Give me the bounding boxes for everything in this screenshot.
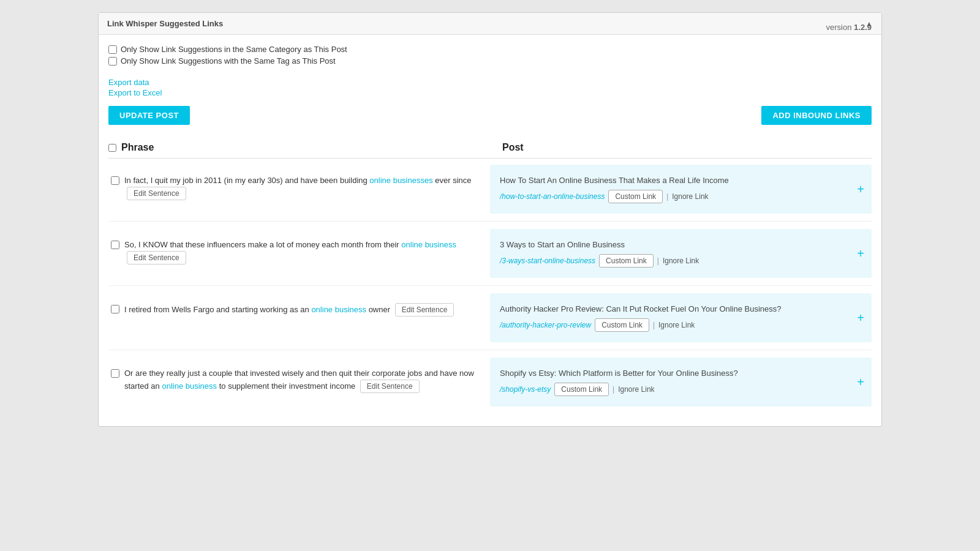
- version-number: 1.2.9: [854, 23, 872, 32]
- divider-3: |: [653, 321, 655, 329]
- option-same-tag-label: Only Show Link Suggestions with the Same…: [121, 56, 336, 66]
- row-checkbox-3[interactable]: [111, 305, 119, 313]
- row-checkbox-2[interactable]: [111, 241, 119, 249]
- custom-link-button-2[interactable]: Custom Link: [599, 254, 654, 268]
- edit-sentence-button-3[interactable]: Edit Sentence: [395, 303, 454, 317]
- select-all-checkbox[interactable]: [108, 144, 116, 152]
- row-checkbox-1[interactable]: [111, 176, 119, 185]
- plus-icon-1[interactable]: +: [857, 182, 864, 197]
- post-title-1: How To Start An Online Business That Mak…: [500, 176, 862, 185]
- ignore-link-button-1[interactable]: Ignore Link: [672, 192, 708, 201]
- phrase-col-4: Or are they really just a couple that in…: [108, 358, 490, 407]
- custom-link-button-1[interactable]: Custom Link: [608, 190, 663, 203]
- divider-2: |: [657, 257, 659, 265]
- post-actions-2: /3-ways-start-online-business Custom Lin…: [500, 254, 862, 268]
- phrase-text-4: Or are they really just a couple that in…: [124, 367, 480, 393]
- post-actions-1: /how-to-start-an-online-business Custom …: [500, 190, 862, 203]
- phrase-link-1[interactable]: online businesses: [369, 176, 432, 185]
- action-bar: UPDATE POST ADD INBOUND LINKS: [108, 106, 872, 125]
- plus-icon-3[interactable]: +: [857, 311, 864, 325]
- edit-sentence-button-1[interactable]: Edit Sentence: [127, 187, 186, 200]
- custom-link-button-4[interactable]: Custom Link: [554, 383, 609, 396]
- divider-1: |: [666, 192, 668, 201]
- post-column-header: Post: [490, 142, 872, 153]
- checkbox-same-tag[interactable]: [108, 57, 117, 66]
- ignore-link-button-2[interactable]: Ignore Link: [663, 257, 699, 265]
- export-links-section: Export data Export to Excel: [108, 78, 872, 97]
- post-col-1: How To Start An Online Business That Mak…: [490, 165, 872, 214]
- add-inbound-button[interactable]: ADD INBOUND LINKS: [761, 106, 872, 125]
- post-slug-2: /3-ways-start-online-business: [500, 257, 595, 265]
- export-data-link[interactable]: Export data: [108, 78, 872, 87]
- phrase-link-3[interactable]: online business: [311, 305, 366, 314]
- plus-icon-2[interactable]: +: [857, 247, 864, 261]
- edit-sentence-button-4[interactable]: Edit Sentence: [360, 380, 420, 393]
- phrase-column-header: Phrase: [108, 142, 490, 153]
- phrase-link-2[interactable]: online business: [401, 240, 456, 249]
- table-header: Phrase Post: [108, 137, 872, 159]
- export-excel-link[interactable]: Export to Excel: [108, 88, 872, 97]
- post-col-3: Authority Hacker Pro Review: Can It Put …: [490, 293, 872, 342]
- option-same-category-label: Only Show Link Suggestions in the Same C…: [121, 45, 347, 54]
- phrase-col-1: In fact, I quit my job in 2011 (in my ea…: [108, 165, 490, 214]
- custom-link-button-3[interactable]: Custom Link: [595, 318, 649, 332]
- post-title-4: Shopify vs Etsy: Which Platform is Bette…: [500, 369, 862, 378]
- option-same-tag[interactable]: Only Show Link Suggestions with the Same…: [108, 56, 347, 66]
- ignore-link-button-4[interactable]: Ignore Link: [618, 385, 654, 394]
- phrase-col-2: So, I KNOW that these influencers make a…: [108, 229, 490, 278]
- widget-container: Link Whisper Suggested Links ▲ Only Show…: [98, 12, 882, 427]
- post-actions-3: /authority-hacker-pro-review Custom Link…: [500, 318, 862, 332]
- post-title-3: Authority Hacker Pro Review: Can It Put …: [500, 304, 862, 313]
- edit-sentence-button-2[interactable]: Edit Sentence: [127, 251, 186, 264]
- phrase-link-4[interactable]: online business: [162, 381, 217, 391]
- widget-title: Link Whisper Suggested Links: [107, 19, 223, 28]
- option-same-category[interactable]: Only Show Link Suggestions in the Same C…: [108, 45, 347, 54]
- table-row: I retired from Wells Fargo and starting …: [108, 293, 872, 342]
- phrase-text-3: I retired from Wells Fargo and starting …: [124, 303, 454, 317]
- update-post-button[interactable]: UPDATE POST: [108, 106, 190, 125]
- phrase-text-2: So, I KNOW that these influencers make a…: [124, 239, 480, 264]
- widget-body: Only Show Link Suggestions in the Same C…: [99, 35, 881, 426]
- options-section: Only Show Link Suggestions in the Same C…: [108, 45, 347, 66]
- post-col-2: 3 Ways to Start an Online Business /3-wa…: [490, 229, 872, 278]
- widget-header: Link Whisper Suggested Links ▲: [99, 13, 881, 35]
- post-title-2: 3 Ways to Start an Online Business: [500, 240, 862, 249]
- post-slug-1: /how-to-start-an-online-business: [500, 192, 605, 201]
- divider-4: |: [612, 385, 614, 394]
- table-row: So, I KNOW that these influencers make a…: [108, 229, 872, 278]
- table-row: In fact, I quit my job in 2011 (in my ea…: [108, 165, 872, 214]
- ignore-link-button-3[interactable]: Ignore Link: [658, 321, 695, 329]
- row-checkbox-4[interactable]: [111, 369, 119, 378]
- post-slug-4: /shopify-vs-etsy: [500, 385, 551, 394]
- table-row: Or are they really just a couple that in…: [108, 358, 872, 407]
- checkbox-same-category[interactable]: [108, 45, 117, 54]
- plus-icon-4[interactable]: +: [857, 375, 864, 389]
- version-label: version: [826, 23, 852, 32]
- version-row: version 1.2.9: [826, 23, 872, 32]
- phrase-text-1: In fact, I quit my job in 2011 (in my ea…: [124, 174, 480, 200]
- phrase-col-3: I retired from Wells Fargo and starting …: [108, 293, 490, 342]
- post-col-4: Shopify vs Etsy: Which Platform is Bette…: [490, 358, 872, 407]
- post-actions-4: /shopify-vs-etsy Custom Link | Ignore Li…: [500, 383, 862, 396]
- post-slug-3: /authority-hacker-pro-review: [500, 321, 591, 329]
